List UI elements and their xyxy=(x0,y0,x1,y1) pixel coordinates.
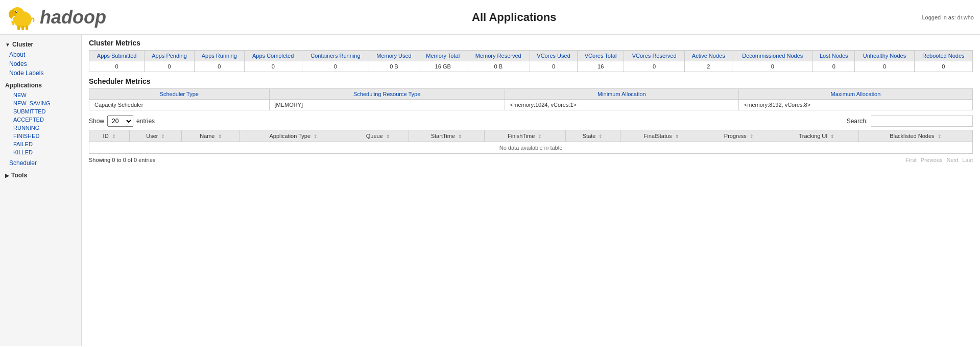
val-memory-reserved: 0 B xyxy=(467,61,530,72)
col-unhealthy-nodes[interactable]: Unhealthy Nodes xyxy=(855,51,914,61)
col-decommissioned-nodes[interactable]: Decommissioned Nodes xyxy=(732,51,813,61)
search-input[interactable] xyxy=(871,115,973,127)
apps-col-queue[interactable]: Queue ⇕ xyxy=(347,130,409,142)
pagination-links: First Previous Next Last xyxy=(905,157,973,163)
sort-icon-tracking-ui: ⇕ xyxy=(830,134,834,139)
col-rebooted-nodes[interactable]: Rebooted Nodes xyxy=(914,51,972,61)
sort-icon-final-status: ⇕ xyxy=(675,134,679,139)
val-memory-total: 16 GB xyxy=(419,61,467,72)
col-memory-total[interactable]: Memory Total xyxy=(419,51,467,61)
apps-col-app-type[interactable]: Application Type ⇕ xyxy=(240,130,347,142)
val-apps-pending: 0 xyxy=(145,61,194,72)
sidebar-item-submitted[interactable]: SUBMITTED xyxy=(0,107,81,115)
scheduler-section: Scheduler xyxy=(0,158,81,168)
scheduler-metrics-table: Scheduler Type Scheduling Resource Type … xyxy=(89,88,973,110)
col-lost-nodes[interactable]: Lost Nodes xyxy=(813,51,855,61)
col-containers-running[interactable]: Containers Running xyxy=(302,51,369,61)
val-apps-completed: 0 xyxy=(244,61,302,72)
apps-col-progress[interactable]: Progress ⇕ xyxy=(703,130,775,142)
col-memory-used[interactable]: Memory Used xyxy=(369,51,419,61)
col-vcores-used[interactable]: VCores Used xyxy=(530,51,578,61)
sort-icon-app-type: ⇕ xyxy=(314,134,318,139)
cluster-label: Cluster xyxy=(12,41,33,48)
hadoop-logo xyxy=(6,3,37,31)
apps-col-blacklisted[interactable]: Blacklisted Nodes ⇕ xyxy=(858,130,972,142)
show-entries-area: Show 20 50 100 entries xyxy=(89,115,155,127)
col-active-nodes[interactable]: Active Nodes xyxy=(685,51,732,61)
tools-arrow: ▶ xyxy=(5,173,9,178)
svg-rect-5 xyxy=(17,26,20,30)
content-area: Cluster Metrics Apps Submitted Apps Pend… xyxy=(82,35,980,346)
tools-section-title[interactable]: ▶ Tools xyxy=(0,170,81,181)
page-title: All Applications xyxy=(106,11,922,24)
sidebar-item-running[interactable]: RUNNING xyxy=(0,124,81,132)
cluster-section: ▼ Cluster About Nodes Node Labels xyxy=(0,39,81,78)
cluster-section-title[interactable]: ▼ Cluster xyxy=(0,39,81,50)
sidebar-item-accepted[interactable]: ACCEPTED xyxy=(0,115,81,124)
apps-col-finish-time[interactable]: FinishTime ⇕ xyxy=(484,130,565,142)
sidebar-item-new-saving[interactable]: NEW_SAVING xyxy=(0,99,81,107)
svg-rect-6 xyxy=(21,26,24,30)
val-memory-used: 0 B xyxy=(369,61,419,72)
val-vcores-used: 0 xyxy=(530,61,578,72)
sched-col-resource-type: Scheduling Resource Type xyxy=(269,89,505,100)
col-vcores-reserved[interactable]: VCores Reserved xyxy=(624,51,684,61)
svg-point-4 xyxy=(16,11,17,12)
val-min-allocation: <memory:1024, vCores:1> xyxy=(505,100,738,110)
sidebar-item-new[interactable]: NEW xyxy=(0,91,81,99)
pagination-next[interactable]: Next xyxy=(947,157,959,163)
show-label: Show xyxy=(89,118,104,125)
apps-col-name[interactable]: Name ⇕ xyxy=(182,130,240,142)
col-apps-submitted[interactable]: Apps Submitted xyxy=(89,51,145,61)
val-vcores-reserved: 0 xyxy=(624,61,684,72)
logged-in-label: Logged in as: dr.who xyxy=(922,14,974,20)
apps-col-final-status[interactable]: FinalStatus ⇕ xyxy=(620,130,703,142)
apps-col-tracking-ui[interactable]: Tracking UI ⇕ xyxy=(775,130,859,142)
tools-label: Tools xyxy=(11,172,27,179)
sidebar-item-killed[interactable]: KILLED xyxy=(0,148,81,156)
cluster-metrics-title: Cluster Metrics xyxy=(89,39,973,47)
val-lost-nodes: 0 xyxy=(813,61,855,72)
sidebar-item-nodes[interactable]: Nodes xyxy=(0,59,81,68)
sort-icon-start-time: ⇕ xyxy=(458,134,462,139)
main-layout: ▼ Cluster About Nodes Node Labels Applic… xyxy=(0,35,980,346)
col-vcores-total[interactable]: VCores Total xyxy=(578,51,624,61)
entries-select[interactable]: 20 50 100 xyxy=(107,115,133,127)
top-bar: hadoop All Applications Logged in as: dr… xyxy=(0,0,980,35)
apps-col-id[interactable]: ID ⇕ xyxy=(89,130,130,142)
val-scheduling-resource: [MEMORY] xyxy=(269,100,505,110)
sidebar-item-failed[interactable]: FAILED xyxy=(0,140,81,148)
sort-icon-state: ⇕ xyxy=(599,134,603,139)
apps-col-state[interactable]: State ⇕ xyxy=(565,130,620,142)
apps-col-start-time[interactable]: StartTime ⇕ xyxy=(409,130,485,142)
applications-section-title[interactable]: Applications xyxy=(0,80,81,91)
table-footer: Showing 0 to 0 of 0 entries First Previo… xyxy=(89,157,973,163)
entries-label: entries xyxy=(136,118,155,125)
apps-col-user[interactable]: User ⇕ xyxy=(130,130,182,142)
sort-icon-name: ⇕ xyxy=(218,134,222,139)
sidebar-item-about[interactable]: About xyxy=(0,50,81,59)
val-decommissioned-nodes: 0 xyxy=(732,61,813,72)
applications-label: Applications xyxy=(5,82,42,89)
no-data-cell: No data available in table xyxy=(89,142,973,154)
pagination-last[interactable]: Last xyxy=(962,157,973,163)
pagination-previous[interactable]: Previous xyxy=(921,157,943,163)
col-memory-reserved[interactable]: Memory Reserved xyxy=(467,51,530,61)
logo-text: hadoop xyxy=(40,7,106,28)
svg-rect-7 xyxy=(26,26,28,30)
col-apps-running[interactable]: Apps Running xyxy=(194,51,244,61)
scheduler-metrics-title: Scheduler Metrics xyxy=(89,77,973,85)
col-apps-pending[interactable]: Apps Pending xyxy=(145,51,194,61)
sidebar: ▼ Cluster About Nodes Node Labels Applic… xyxy=(0,35,82,346)
col-apps-completed[interactable]: Apps Completed xyxy=(244,51,302,61)
pagination-first[interactable]: First xyxy=(905,157,916,163)
applications-table: ID ⇕ User ⇕ Name ⇕ Application Type ⇕ xyxy=(89,130,973,154)
sort-icon-queue: ⇕ xyxy=(386,134,390,139)
val-containers-running: 0 xyxy=(302,61,369,72)
sidebar-item-finished[interactable]: FINISHED xyxy=(0,132,81,140)
sidebar-item-node-labels[interactable]: Node Labels xyxy=(0,68,81,78)
sidebar-item-scheduler[interactable]: Scheduler xyxy=(0,158,81,168)
sort-icon-blacklisted: ⇕ xyxy=(938,134,942,139)
applications-section: Applications NEW NEW_SAVING SUBMITTED AC… xyxy=(0,80,81,156)
tools-section: ▶ Tools xyxy=(0,170,81,181)
